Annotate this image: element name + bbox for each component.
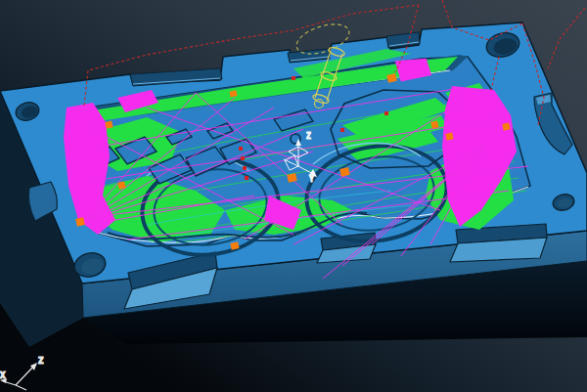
wcs-y-label: Y [309, 175, 314, 184]
triad-z-label: Z [38, 356, 44, 366]
wcs-z-label: Z [306, 132, 311, 141]
viewport-canvas[interactable]: Z Y Z X [0, 0, 587, 392]
triad-x-label: X [0, 370, 6, 380]
cad-viewport[interactable]: Z Y Z X [0, 0, 587, 392]
